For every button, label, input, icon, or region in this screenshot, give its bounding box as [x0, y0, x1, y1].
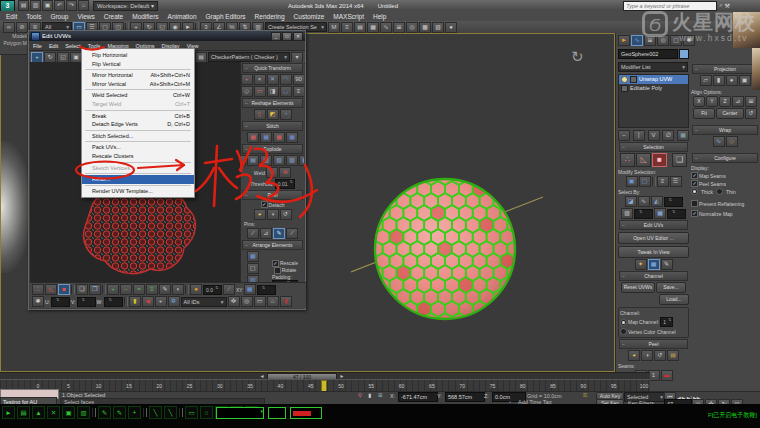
align-horizontal-icon[interactable]: + [241, 74, 253, 85]
peel-mode-icon[interactable]: ◑ [267, 209, 279, 220]
edge-distance-icon[interactable]: ∕ [223, 284, 235, 295]
menu-customize[interactable]: Customize [294, 13, 325, 20]
stitch-to-source-icon[interactable]: ▦ [260, 132, 272, 143]
visibility-bulb-icon[interactable] [621, 76, 628, 83]
menu-modifiers[interactable]: Modifiers [132, 13, 158, 20]
map-seams-checkbox[interactable] [691, 172, 698, 179]
uv-rotate-icon[interactable]: ↻ [44, 52, 56, 63]
menu-item-mirror-horizontal[interactable]: Mirror HorizontalAlt+Shift+Ctrl+N [82, 71, 194, 80]
isolate-icon[interactable]: ⚲ [358, 392, 362, 398]
edit-uvws-titlebar[interactable]: Edit UVWs _ □ ✕ [29, 31, 305, 41]
id-spinner[interactable]: ⇅ [667, 209, 686, 219]
select-and-link-icon[interactable]: ∞ [3, 22, 15, 33]
material-id-icon[interactable]: ▦ [654, 208, 666, 219]
workspace-dropdown[interactable]: Workspace: Default ▾ [93, 1, 158, 11]
show-end-result-icon[interactable]: ∣ [633, 130, 645, 141]
menu-item-detach-edge-verts[interactable]: Detach Edge VertsD, Ctrl+D [82, 120, 194, 129]
ellipse-tool-icon[interactable]: ○ [200, 406, 213, 419]
app-logo-icon[interactable]: 3 [0, 0, 15, 12]
align-icon[interactable]: ≡ [341, 22, 353, 33]
rollout-projection[interactable]: −Projection [692, 64, 758, 74]
create-tab-icon[interactable]: ► [618, 35, 630, 46]
center-button[interactable]: Center [716, 108, 744, 119]
peel-reset-icon[interactable]: ↺ [280, 209, 292, 220]
stitch-custom-icon[interactable]: ▦ [247, 132, 259, 143]
linear-align-icon[interactable]: ✕ [267, 74, 279, 85]
quick-peel-icon[interactable]: ◕ [254, 209, 266, 220]
polygon-sub-icon[interactable]: ■ [652, 153, 667, 167]
open-shot-icon[interactable]: ▥ [77, 406, 90, 419]
stitch-to-average-icon[interactable]: ▦ [286, 132, 298, 143]
reset-projection-icon[interactable]: ↺ [745, 108, 757, 119]
loop-icon[interactable]: ≡ [146, 284, 158, 295]
menu-create[interactable]: Create [104, 13, 124, 20]
menu-select[interactable]: Select [65, 43, 80, 49]
rendered-frame-icon[interactable]: ▨ [432, 22, 444, 33]
u-label[interactable]: U: [45, 299, 50, 305]
search-input[interactable] [623, 1, 717, 11]
add-tool-icon[interactable]: + [128, 406, 141, 419]
minimize-button[interactable]: _ [271, 32, 281, 41]
face-mode-icon[interactable]: ■ [58, 284, 70, 295]
menu-item-break[interactable]: BreakCtrl+B [82, 112, 194, 121]
flatten-smoothing-icon[interactable]: ▩ [299, 155, 304, 166]
shrink-icon[interactable]: ▢ [639, 176, 651, 187]
pointer-tool-icon[interactable]: ► [2, 406, 15, 419]
smoothing-group-icon[interactable]: ▨ [621, 208, 633, 219]
zoom-region-icon[interactable]: ▭ [254, 296, 266, 307]
align-normal-icon[interactable]: ⊿ [732, 96, 744, 107]
lock-zoom-icon[interactable]: ▮ [280, 296, 292, 307]
rollout-quick-transform[interactable]: −Quick Transform [242, 63, 303, 73]
save-shot-icon[interactable]: ▣ [62, 406, 75, 419]
menu-item-flip-horizontal[interactable]: Flip Horizontal [82, 51, 194, 60]
menu-item-target-weld[interactable]: Target WeldCtrl+T [82, 100, 194, 109]
search-icon[interactable]: ⌕ [719, 2, 722, 9]
break-icon[interactable]: ◡ [240, 155, 246, 166]
seam-erase-icon[interactable]: ▬ [661, 370, 673, 381]
modifier-list-dropdown[interactable]: Modifier List▾ [618, 62, 688, 72]
texture-list-dropdown[interactable]: CheckerPattern ( Checker )▾ [208, 52, 290, 62]
ribbon-tab-stub-2[interactable]: Polygon M [0, 40, 27, 55]
weld-selected-icon[interactable]: ● [266, 167, 278, 178]
material-editor-icon[interactable]: ◎ [406, 22, 418, 33]
box-map-icon[interactable]: ▣ [739, 75, 751, 86]
configure-sets-icon[interactable]: ▦ [677, 130, 689, 141]
uv-options-icon[interactable]: ▤ [195, 52, 207, 63]
zoom-extents-icon[interactable]: ⌂ [267, 296, 279, 307]
space-vertical-icon[interactable]: ◨ [267, 86, 279, 97]
menu-item-relax-[interactable]: Relax... [82, 175, 194, 184]
menu-item-flip-vertical[interactable]: Flip Vertical [82, 60, 194, 69]
planar-angle-icon[interactable]: ◪ [625, 196, 637, 207]
steering-wheel-icon[interactable]: ↻ [571, 48, 584, 66]
rollout-reshape-elements[interactable]: −Reshape Elements [242, 98, 303, 108]
undo-icon[interactable]: ↶ [54, 0, 65, 11]
uv-move-icon[interactable]: + [31, 52, 43, 63]
annotator-color-field[interactable] [290, 407, 322, 419]
rollout-selection[interactable]: −Selection [619, 142, 688, 152]
falloff-spinner[interactable]: 0.0⇅ [203, 285, 222, 295]
tweak-in-view-button[interactable]: Tweak In View [618, 246, 689, 258]
cylindrical-map-icon[interactable]: ▮ [713, 75, 725, 86]
align-vertical-icon[interactable]: × [254, 74, 266, 85]
lock-selection-icon[interactable]: ▮ [129, 296, 141, 307]
pack-custom-icon[interactable]: ▢ [247, 263, 259, 274]
schematic-view-icon[interactable]: ⊞ [393, 22, 405, 33]
element-cube-icon[interactable]: ❏ [672, 153, 687, 167]
vertex-color-radio[interactable] [620, 328, 627, 335]
arrow-tool-icon[interactable]: ╲ [164, 406, 177, 419]
menu-group[interactable]: Group [50, 13, 68, 20]
rollout-explode[interactable]: −Explode [242, 144, 303, 154]
maximize-button[interactable]: □ [282, 32, 292, 41]
paint-select-icon[interactable]: ✎ [159, 284, 171, 295]
snap-icon[interactable]: ✲ [168, 296, 180, 307]
pin-brush-icon[interactable]: ✎ [273, 228, 285, 239]
pack-normalize-icon[interactable]: ▦ [247, 251, 259, 262]
flatten-polys-icon[interactable]: ▨ [286, 155, 298, 166]
new-file-icon[interactable]: ▤ [18, 0, 29, 11]
align-y-button[interactable]: Y [706, 96, 718, 107]
layer-manager-icon[interactable]: ▤ [354, 22, 366, 33]
object-name-field[interactable]: GeoSphere002 [618, 49, 678, 59]
sg-spinner[interactable]: ⇅ [634, 209, 653, 219]
edit-uvws-window[interactable]: Edit UVWs _ □ ✕ FileEditSelectToolsMappi… [28, 30, 306, 310]
thin-radio[interactable] [716, 188, 723, 195]
